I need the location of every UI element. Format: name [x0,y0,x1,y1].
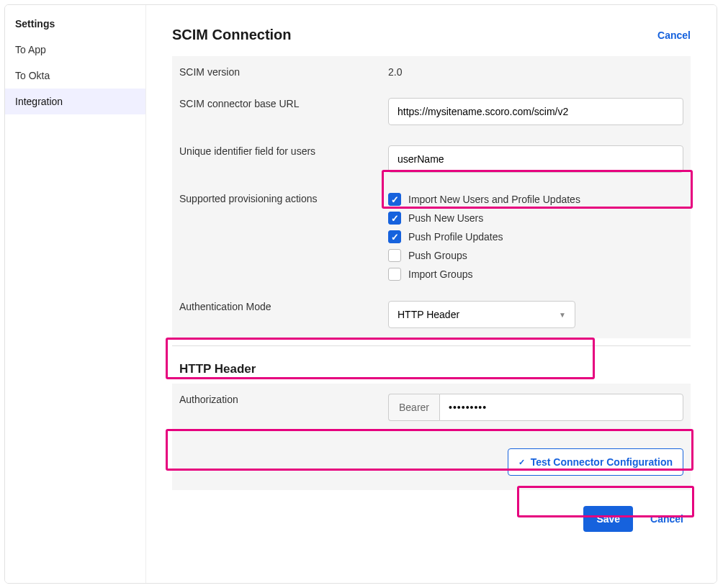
checkbox-import-new-users[interactable]: ✓ [388,193,401,206]
checkbox-push-groups[interactable] [388,249,401,262]
checkbox-push-new-users[interactable]: ✓ [388,212,401,225]
bearer-prefix: Bearer [388,394,439,421]
actions-label: Supported provisioning actions [179,193,388,204]
sidebar-item-integration[interactable]: Integration [5,89,145,114]
scim-version-label: SCIM version [179,66,388,78]
uid-input[interactable] [388,145,683,173]
checkbox-label: Push Groups [408,250,467,261]
sidebar-item-label: To Okta [15,70,50,81]
uid-label: Unique identifier field for users [179,145,388,157]
scim-version-value: 2.0 [388,66,683,78]
sidebar-item-to-okta[interactable]: To Okta [5,63,145,89]
sidebar-item-label: Integration [15,96,63,107]
test-button-label: Test Connector Configuration [531,456,673,468]
checkbox-push-profile-updates[interactable]: ✓ [388,230,401,243]
auth-mode-select[interactable]: HTTP Header ▼ [388,301,575,328]
sidebar-item-label: To App [15,44,46,55]
provisioning-actions-list: ✓ Import New Users and Profile Updates ✓… [388,193,683,281]
base-url-label: SCIM connector base URL [179,98,388,109]
sidebar-item-to-app[interactable]: To App [5,37,145,63]
main-panel: SCIM Connection Cancel SCIM version 2.0 … [146,5,717,583]
auth-mode-label: Authentication Mode [179,301,388,312]
authorization-token-input[interactable] [439,394,683,421]
page-title: SCIM Connection [172,27,292,43]
cancel-bottom-button[interactable]: Cancel [650,513,683,525]
checkbox-import-groups[interactable] [388,268,401,281]
save-button[interactable]: Save [583,506,633,532]
check-icon: ✓ [518,458,525,467]
auth-mode-value: HTTP Header [398,309,459,320]
checkbox-label: Import New Users and Profile Updates [408,194,580,205]
checkbox-label: Push Profile Updates [408,231,503,243]
http-header-heading: HTTP Header [146,346,717,384]
cancel-top-button[interactable]: Cancel [657,30,691,41]
chevron-down-icon: ▼ [559,311,566,319]
test-connector-button[interactable]: ✓ Test Connector Configuration [508,448,683,476]
base-url-input[interactable] [388,98,683,125]
checkbox-label: Push New Users [408,212,483,224]
authorization-label: Authorization [179,394,388,405]
sidebar-heading: Settings [5,12,145,37]
checkbox-label: Import Groups [408,268,472,280]
settings-sidebar: Settings To App To Okta Integration [5,5,146,583]
